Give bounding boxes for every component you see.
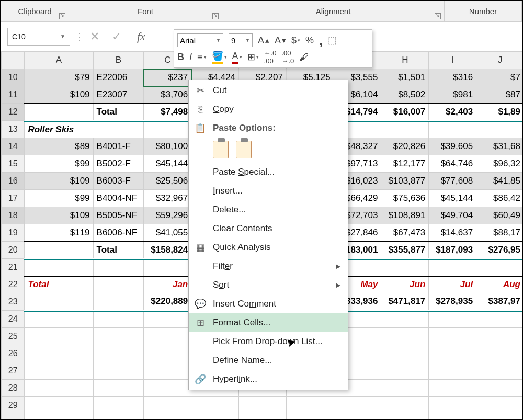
cell[interactable] bbox=[476, 397, 523, 414]
cell[interactable]: $67,473 bbox=[381, 224, 429, 242]
cell[interactable]: $1,501 bbox=[381, 69, 429, 86]
row-header[interactable]: 30 bbox=[2, 414, 25, 421]
cell[interactable]: $32,967 bbox=[144, 190, 191, 207]
paste-values-icon[interactable] bbox=[236, 141, 252, 158]
borders-icon[interactable]: ⊞▾ bbox=[247, 51, 259, 63]
cell[interactable]: $3,706 bbox=[144, 86, 191, 104]
cell[interactable] bbox=[25, 380, 93, 397]
cell[interactable]: Jan bbox=[144, 276, 191, 293]
cell[interactable] bbox=[381, 397, 429, 414]
cell[interactable] bbox=[25, 104, 93, 121]
cell[interactable]: $39,605 bbox=[429, 138, 476, 155]
cell[interactable]: $12,177 bbox=[381, 155, 429, 173]
accounting-format-icon[interactable]: $▾ bbox=[291, 35, 300, 46]
menu-delete[interactable]: Delete... bbox=[189, 200, 348, 219]
cell[interactable] bbox=[93, 311, 144, 328]
menu-cut[interactable]: ✂CuCutt bbox=[189, 81, 348, 100]
cell[interactable] bbox=[93, 293, 144, 311]
cell[interactable] bbox=[144, 414, 191, 421]
column-header[interactable]: I bbox=[429, 52, 476, 69]
cell[interactable] bbox=[25, 259, 93, 276]
cell[interactable] bbox=[476, 328, 523, 345]
cell[interactable] bbox=[144, 311, 191, 328]
cell[interactable] bbox=[429, 311, 476, 328]
cell[interactable]: $45,144 bbox=[429, 190, 476, 207]
cell[interactable]: $25,506 bbox=[144, 173, 191, 190]
fill-color-icon[interactable]: 🪣▾ bbox=[212, 50, 227, 64]
align-icon[interactable]: ≡▾ bbox=[197, 52, 207, 63]
cell[interactable]: $471,817 bbox=[381, 293, 429, 311]
cell[interactable] bbox=[25, 293, 93, 311]
cell[interactable]: $99 bbox=[25, 190, 93, 207]
row-header[interactable]: 23 bbox=[2, 293, 25, 311]
cell[interactable] bbox=[381, 121, 429, 138]
decrease-decimal-icon[interactable]: .00→.0 bbox=[281, 49, 294, 65]
cell[interactable]: Total bbox=[93, 242, 144, 259]
cell[interactable]: $109 bbox=[25, 207, 93, 224]
row-header[interactable]: 18 bbox=[2, 207, 25, 224]
cell[interactable]: Aug bbox=[476, 276, 523, 293]
cell[interactable]: $86,42 bbox=[476, 190, 523, 207]
row-header[interactable]: 17 bbox=[2, 190, 25, 207]
chevron-down-icon[interactable]: ▼ bbox=[245, 38, 250, 43]
cell[interactable]: $60,49 bbox=[476, 207, 523, 224]
cell[interactable]: $14,637 bbox=[429, 224, 476, 242]
cell[interactable]: $87 bbox=[476, 86, 523, 104]
cell[interactable] bbox=[144, 345, 191, 362]
paste-icon[interactable] bbox=[213, 141, 229, 158]
cell[interactable] bbox=[93, 397, 144, 414]
cell[interactable] bbox=[239, 414, 287, 421]
menu-insert[interactable]: Insert... bbox=[189, 181, 348, 200]
cell[interactable]: $108,891 bbox=[381, 207, 429, 224]
cell[interactable]: $88,17 bbox=[476, 224, 523, 242]
row-header[interactable]: 13 bbox=[2, 121, 25, 138]
cell[interactable] bbox=[144, 362, 191, 380]
row-header[interactable]: 15 bbox=[2, 155, 25, 173]
cell[interactable]: $8,502 bbox=[381, 86, 429, 104]
menu-clear-contents[interactable]: Clear Contents bbox=[189, 219, 348, 238]
cell[interactable] bbox=[429, 328, 476, 345]
cell[interactable]: Total bbox=[93, 104, 144, 121]
cell[interactable]: $16,007 bbox=[381, 104, 429, 121]
font-color-icon[interactable]: A▾ bbox=[232, 51, 242, 64]
row-header[interactable]: 24 bbox=[2, 311, 25, 328]
menu-filter[interactable]: Filter▶ bbox=[189, 257, 348, 276]
column-header[interactable]: H bbox=[381, 52, 429, 69]
cell[interactable] bbox=[429, 362, 476, 380]
cell[interactable]: $158,824 bbox=[144, 242, 191, 259]
name-box[interactable]: C10 ▼ bbox=[7, 28, 70, 46]
cell[interactable] bbox=[381, 362, 429, 380]
cell[interactable]: $20,826 bbox=[381, 138, 429, 155]
cell[interactable]: $59,296 bbox=[144, 207, 191, 224]
cell[interactable] bbox=[429, 414, 476, 421]
select-all-corner[interactable] bbox=[2, 52, 25, 69]
menu-pick-list[interactable]: Pick From Drop-down List... bbox=[189, 332, 348, 351]
row-header[interactable]: 14 bbox=[2, 138, 25, 155]
fx-icon[interactable]: fx bbox=[137, 30, 145, 43]
cell[interactable] bbox=[334, 397, 381, 414]
cell[interactable] bbox=[239, 397, 287, 414]
chevron-down-icon[interactable]: ▼ bbox=[60, 33, 65, 39]
menu-paste-special[interactable]: Paste Special... bbox=[189, 163, 348, 181]
cell[interactable]: $981 bbox=[429, 86, 476, 104]
row-header[interactable]: 25 bbox=[2, 328, 25, 345]
row-header[interactable]: 22 bbox=[2, 276, 25, 293]
cell[interactable]: $79 bbox=[25, 69, 93, 86]
menu-quick-analysis[interactable]: ▦Quick Analysis bbox=[189, 238, 348, 257]
cell[interactable] bbox=[25, 362, 93, 380]
row-header[interactable]: 21 bbox=[2, 259, 25, 276]
merge-center-icon[interactable]: ⬚ bbox=[328, 35, 337, 46]
cell[interactable]: $1,89 bbox=[476, 104, 523, 121]
cell[interactable] bbox=[476, 311, 523, 328]
row-header[interactable]: 27 bbox=[2, 362, 25, 380]
cell[interactable]: $316 bbox=[429, 69, 476, 86]
dialog-launcher-icon[interactable] bbox=[435, 13, 441, 19]
cell[interactable]: $7 bbox=[476, 69, 523, 86]
menu-copy[interactable]: ⎘Copy bbox=[189, 100, 348, 119]
cell[interactable] bbox=[381, 328, 429, 345]
cell[interactable]: B6006-NF bbox=[93, 224, 144, 242]
cell[interactable]: $2,403 bbox=[429, 104, 476, 121]
menu-insert-comment[interactable]: 💬Insert Comment bbox=[189, 294, 348, 313]
percent-format-icon[interactable]: % bbox=[305, 35, 314, 46]
menu-format-cells[interactable]: ⊞Format Cells... bbox=[189, 313, 348, 332]
